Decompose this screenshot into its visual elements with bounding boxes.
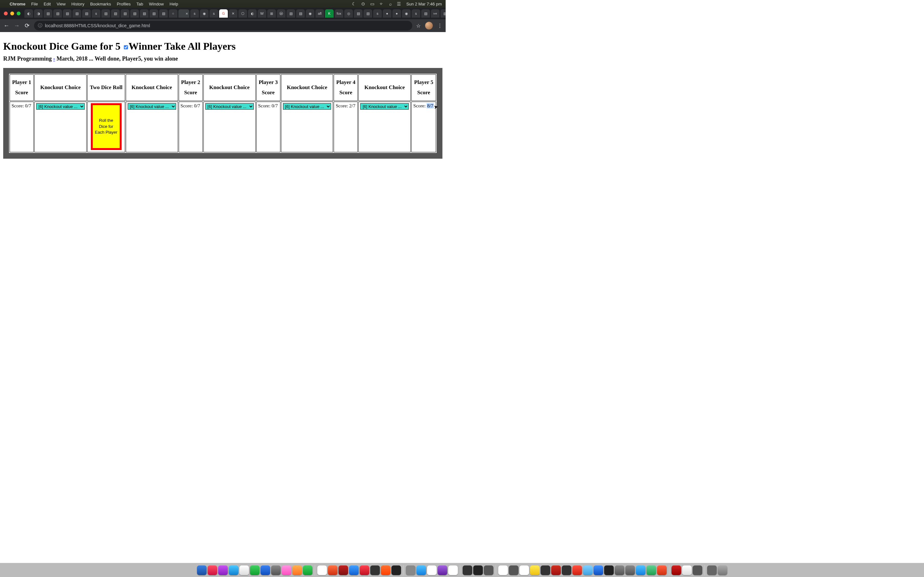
header-knockout-choice: Knockout Choice [204,74,256,101]
browser-tab[interactable]: ◉ [306,9,314,18]
browser-tab[interactable]: ▧ [82,9,91,18]
now-playing-icon[interactable]: ⊙ [361,1,365,6]
battery-icon[interactable]: ▭ [370,1,375,6]
browser-tab[interactable]: ▧ [354,9,363,18]
knockout-cell: [6] Knockout value ... [126,102,178,152]
browser-tab[interactable]: ▧ [286,9,295,18]
browser-tab[interactable]: ⊞ [267,9,276,18]
knockout-cell: [6] Knockout value ... [281,102,333,152]
forward-button[interactable]: → [13,23,20,29]
menubar-right: ☾ ⊙ ▭ ᯤ ⌕ ☰ Sun 2 Mar 7:46 pm [352,1,442,6]
menu-history[interactable]: History [71,2,84,6]
menu-view[interactable]: View [57,2,65,6]
header-player3: Player 3Score [256,74,280,101]
knockout-cell: [6] Knockout value ... [204,102,256,152]
browser-tab[interactable]: ◐ [248,9,257,18]
browser-tab[interactable]: ▧ [53,9,62,18]
title-part-a: Knockout Dice Game for 5 [3,40,123,52]
browser-tab[interactable]: W [258,9,266,18]
browser-tab[interactable]: ◉ [200,9,208,18]
profile-avatar[interactable] [425,22,433,29]
zoom-window-button[interactable] [17,11,21,15]
header-two-dice-roll: Two Dice Roll [87,74,125,101]
browser-tab[interactable]: ⬡ [238,9,247,18]
knockout-select-p4[interactable]: [6] Knockout value ... [360,103,409,110]
browser-tab[interactable]: ◑ [34,9,43,18]
menubar-datetime[interactable]: Sun 2 Mar 7:46 pm [406,2,442,6]
browser-tab[interactable]: brit [431,9,439,18]
browser-tab[interactable]: ▧ [421,9,430,18]
address-bar[interactable]: ⓘ localhost:8888/HTMLCSS/knockout_dice_g… [34,21,412,31]
page-subtitle: RJM Programming - March, 2018 ... Well d… [3,55,443,62]
menu-file[interactable]: File [31,2,38,6]
score-player1: Score: 0/7 [10,102,34,152]
page-title: Knockout Dice Game for 5 Winner Take All… [3,40,443,52]
browser-tab[interactable]: ◎ [344,9,353,18]
browser-tab[interactable]: fox [334,9,343,18]
menubar-left: Chrome File Edit View History Bookmarks … [4,2,178,6]
browser-tab[interactable]: K [325,9,334,18]
browser-tab[interactable]: ▧ [63,9,71,18]
site-info-icon[interactable]: ⓘ [38,23,42,29]
wifi-icon[interactable]: ᯤ [380,1,384,6]
header-knockout-choice: Knockout Choice [359,74,411,101]
table-header-row: Player 1Score Knockout Choice Two Dice R… [10,74,436,101]
browser-tab[interactable]: G [219,9,228,18]
control-center-icon[interactable]: ☰ [397,1,401,6]
back-button[interactable]: ← [3,23,10,29]
browser-tab[interactable]: ▧ [441,9,446,18]
browser-tab[interactable]: s [190,9,199,18]
browser-tab[interactable]: ▧ [296,9,305,18]
browser-tab[interactable]: ◐ [24,9,33,18]
browser-tab[interactable]: ▧ [150,9,158,18]
knockout-cell: [6] Knockout value ... [34,102,87,152]
menu-help[interactable]: Help [170,2,178,6]
close-window-button[interactable] [4,11,8,15]
browser-tab[interactable]: ▧ [44,9,52,18]
menubar-appname[interactable]: Chrome [10,2,25,6]
knockout-select-p3[interactable]: [6] Knockout value ... [283,103,331,110]
browser-tab[interactable]: ● [393,9,401,18]
menu-edit[interactable]: Edit [44,2,51,6]
browser-tab[interactable]: ▧ [121,9,129,18]
score-player2: Score: 0/7 [179,102,203,152]
knockout-select-p1[interactable]: [6] Knockout value ... [36,103,85,110]
browser-tab[interactable]: afl [315,9,324,18]
header-knockout-choice: Knockout Choice [281,74,333,101]
knockout-select-p2a[interactable]: [6] Knockout value ... [128,103,176,110]
minimize-window-button[interactable] [10,11,14,15]
browser-tab[interactable]: s [92,9,100,18]
header-player4: Player 4Score [334,74,358,101]
roll-dice-button[interactable]: Roll the Dice for Each Player [91,103,121,150]
table-data-row: Score: 0/7 [6] Knockout value ... Roll t… [10,102,436,152]
browser-tab[interactable]: Ⓦ [277,9,286,18]
browser-tab[interactable]: ▧ [73,9,81,18]
browser-tab[interactable]: ○ [169,9,178,18]
menu-profiles[interactable]: Profiles [117,2,131,6]
knockout-select-p2b[interactable]: [6] Knockout value ... [205,103,254,110]
chrome-menu-icon[interactable]: ⋮ [437,23,443,29]
menu-tab[interactable]: Tab [136,2,143,6]
browser-tab[interactable]: ▧ [159,9,168,18]
browser-tab[interactable]: ● [383,9,391,18]
browser-tab[interactable]: ◉ [402,9,411,18]
bookmark-star-icon[interactable]: ☆ [416,23,421,29]
browser-tab[interactable]: s [210,9,218,18]
menu-bookmarks[interactable]: Bookmarks [90,2,111,6]
browser-tab-active[interactable] [178,9,189,18]
winner-take-all-checkbox[interactable] [124,45,128,49]
browser-tab[interactable]: ▧ [102,9,110,18]
browser-tab[interactable]: s [412,9,420,18]
header-knockout-choice: Knockout Choice [126,74,178,101]
menu-window[interactable]: Window [149,2,164,6]
browser-tab[interactable]: s [373,9,382,18]
do-not-disturb-icon[interactable]: ☾ [352,1,356,6]
browser-tab[interactable]: ▧ [111,9,120,18]
browser-tab[interactable]: ▧ [130,9,139,18]
spotlight-icon[interactable]: ⌕ [389,1,392,6]
game-table: Player 1Score Knockout Choice Two Dice R… [9,74,437,153]
browser-tab[interactable]: ▧ [363,9,372,18]
browser-tab[interactable]: ✕ [229,9,237,18]
browser-tab[interactable]: ▧ [140,9,149,18]
reload-button[interactable]: ⟳ [24,22,30,29]
